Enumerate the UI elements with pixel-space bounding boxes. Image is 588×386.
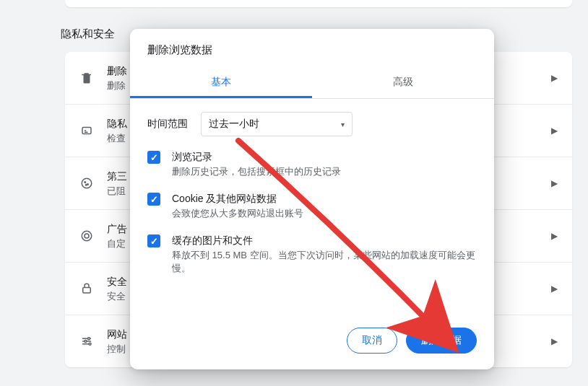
svg-rect-0 bbox=[82, 128, 91, 134]
dialog-footer: 取消 删除数据 bbox=[130, 315, 494, 369]
history-title: 浏览记录 bbox=[172, 149, 341, 164]
time-range-select[interactable]: 过去一小时 ▾ bbox=[201, 112, 353, 136]
svg-point-5 bbox=[82, 231, 92, 241]
trash-icon bbox=[79, 71, 94, 85]
chevron-right-icon: ▶ bbox=[551, 73, 558, 83]
ads-icon bbox=[79, 229, 94, 243]
checkbox-cookies[interactable]: ✓ bbox=[147, 193, 160, 206]
chevron-right-icon: ▶ bbox=[551, 126, 558, 136]
svg-point-6 bbox=[85, 234, 89, 238]
cookies-desc: 会致使您从大多数网站退出账号 bbox=[172, 207, 303, 220]
tab-basic[interactable]: 基本 bbox=[130, 67, 312, 98]
section-title: 隐私和安全 bbox=[61, 27, 115, 41]
svg-point-10 bbox=[89, 343, 91, 345]
checkbox-cache[interactable]: ✓ bbox=[147, 234, 160, 247]
chevron-right-icon: ▶ bbox=[551, 231, 558, 241]
dialog-title: 删除浏览数据 bbox=[130, 29, 494, 63]
time-range-value: 过去一小时 bbox=[209, 118, 259, 131]
confirm-delete-button[interactable]: 删除数据 bbox=[406, 328, 477, 354]
chevron-right-icon: ▶ bbox=[551, 336, 558, 346]
dialog-tabs: 基本 高级 bbox=[130, 67, 494, 99]
bg-toolbar bbox=[65, 0, 572, 7]
checkbox-history[interactable]: ✓ bbox=[147, 151, 160, 164]
caret-down-icon: ▾ bbox=[341, 120, 345, 128]
cookie-icon bbox=[79, 176, 94, 190]
svg-point-8 bbox=[88, 338, 90, 340]
tab-advanced[interactable]: 高级 bbox=[312, 67, 494, 98]
cache-title: 缓存的图片和文件 bbox=[172, 233, 475, 247]
clear-data-dialog: 删除浏览数据 基本 高级 时间范围 过去一小时 ▾ ✓ 浏览记录 删除历史记录，… bbox=[130, 29, 494, 369]
time-range-label: 时间范围 bbox=[147, 118, 188, 131]
chevron-right-icon: ▶ bbox=[551, 284, 558, 294]
svg-point-4 bbox=[86, 185, 87, 186]
svg-point-9 bbox=[85, 341, 87, 343]
svg-point-3 bbox=[87, 184, 89, 185]
dialog-body: 时间范围 过去一小时 ▾ ✓ 浏览记录 删除历史记录，包括搜索框中的历史记录 ✓… bbox=[130, 99, 494, 315]
lock-icon bbox=[79, 281, 94, 296]
history-desc: 删除历史记录，包括搜索框中的历史记录 bbox=[172, 165, 341, 178]
svg-point-1 bbox=[82, 178, 92, 188]
privacy-check-icon bbox=[79, 123, 94, 138]
chevron-right-icon: ▶ bbox=[551, 178, 558, 188]
cookies-title: Cookie 及其他网站数据 bbox=[172, 191, 303, 206]
svg-rect-7 bbox=[83, 288, 91, 294]
cache-desc: 释放不到 15.5 MB 空间。当您下次访问时，某些网站的加载速度可能会更慢。 bbox=[172, 249, 475, 275]
svg-point-2 bbox=[85, 182, 86, 183]
tune-icon bbox=[79, 334, 94, 348]
cancel-button[interactable]: 取消 bbox=[347, 328, 397, 354]
